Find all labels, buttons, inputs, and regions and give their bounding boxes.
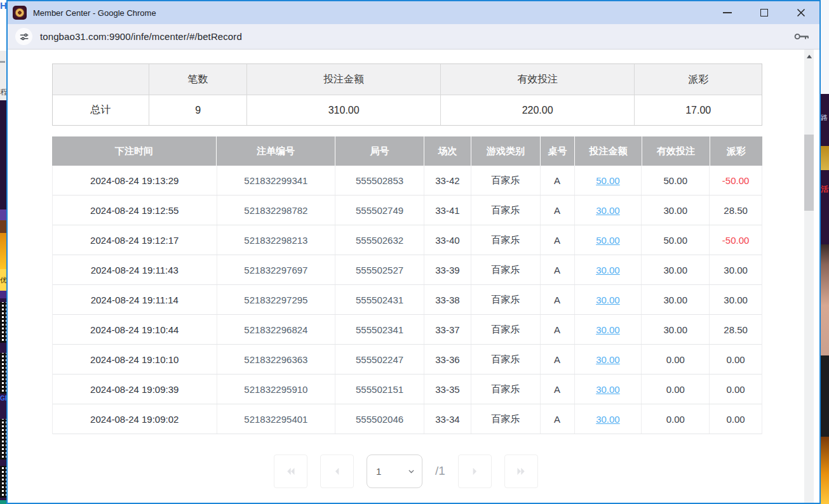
cell-bet-time: 2024-08-24 19:12:17 xyxy=(53,225,217,255)
cell-session: 33-42 xyxy=(424,166,471,195)
maximize-button[interactable] xyxy=(750,3,779,22)
cell-game-type: 百家乐 xyxy=(471,375,541,404)
cell-bet-amount: 50.00 xyxy=(575,166,642,195)
cell-table-number: A xyxy=(541,196,575,225)
bet-amount-link[interactable]: 30.00 xyxy=(596,205,620,216)
cell-round-number: 555502749 xyxy=(335,196,424,225)
background-page-left: H 程 优 GF xyxy=(0,0,6,504)
cell-bet-amount: 50.00 xyxy=(575,225,642,255)
key-icon xyxy=(793,30,811,43)
url-text[interactable]: tongbao31.com:9900/infe/mcenter/#/betRec… xyxy=(40,31,242,42)
cell-valid-bet: 30.00 xyxy=(642,285,710,314)
bet-amount-link[interactable]: 50.00 xyxy=(596,235,620,246)
summary-header-valid-bet: 有效投注 xyxy=(441,64,635,95)
bet-amount-link[interactable]: 30.00 xyxy=(596,324,620,335)
favicon-emblem xyxy=(15,8,24,17)
background-qr-code xyxy=(0,466,6,498)
table-row: 2024-08-24 19:10:10521832296363555502247… xyxy=(53,345,762,375)
site-info-button[interactable] xyxy=(15,28,32,45)
cell-bet-amount: 30.00 xyxy=(575,196,642,225)
col-header-valid-bet: 有效投注 xyxy=(642,136,710,166)
summary-total-row: 总计 9 310.00 220.00 17.00 xyxy=(53,95,762,125)
table-row: 2024-08-24 19:11:14521832297295555502431… xyxy=(53,285,762,315)
cell-bet-amount: 30.00 xyxy=(575,375,642,404)
first-page-button[interactable] xyxy=(274,454,307,488)
table-row: 2024-08-24 19:12:55521832298782555502749… xyxy=(53,196,762,225)
cell-bet-amount: 30.00 xyxy=(575,404,642,434)
cell-table-number: A xyxy=(541,166,575,195)
maximize-icon xyxy=(760,9,768,17)
scrollbar-thumb[interactable] xyxy=(804,135,814,211)
col-header-game-type: 游戏类别 xyxy=(471,136,541,166)
cell-valid-bet: 50.00 xyxy=(642,225,710,255)
cell-game-type: 百家乐 xyxy=(471,285,541,314)
page-total-label: /1 xyxy=(435,464,445,478)
cell-session: 33-35 xyxy=(424,375,471,404)
background-fragment-gf: GF xyxy=(0,395,6,402)
last-page-icon xyxy=(516,467,526,476)
summary-bet-amount-value: 310.00 xyxy=(247,95,440,125)
scrollbar[interactable] xyxy=(804,50,814,503)
cell-payout: 0.00 xyxy=(710,375,762,404)
previous-page-button[interactable] xyxy=(320,454,354,488)
summary-count-value: 9 xyxy=(149,95,248,125)
cell-bet-amount: 30.00 xyxy=(575,285,642,314)
cell-bet-time: 2024-08-24 19:09:39 xyxy=(53,375,217,404)
background-fragment-you: 优 xyxy=(0,269,6,291)
window-title: Member Center - Google Chrome xyxy=(33,8,156,18)
cell-valid-bet: 30.00 xyxy=(642,255,710,284)
close-button[interactable] xyxy=(786,3,816,22)
cell-round-number: 555502632 xyxy=(335,225,424,255)
bet-amount-link[interactable]: 30.00 xyxy=(596,265,620,275)
password-manager-button[interactable] xyxy=(793,30,811,43)
cell-bet-time: 2024-08-24 19:12:55 xyxy=(53,196,217,225)
cell-valid-bet: 30.00 xyxy=(642,196,710,225)
cell-round-number: 555502527 xyxy=(335,255,424,284)
cell-round-number: 555502046 xyxy=(335,404,424,434)
window-controls xyxy=(705,3,816,22)
cell-game-type: 百家乐 xyxy=(471,225,541,255)
cell-round-number: 555502431 xyxy=(335,285,424,314)
cell-bet-order-number: 521832296363 xyxy=(217,345,336,374)
table-row: 2024-08-24 19:13:29521832299341555502853… xyxy=(53,166,762,196)
summary-payout-value: 17.00 xyxy=(635,95,762,125)
cell-bet-order-number: 521832295401 xyxy=(217,404,336,434)
minimize-button[interactable] xyxy=(713,3,742,22)
bet-record-table: 下注时间注单编号局号场次游戏类别桌号投注金额有效投注派彩 2024-08-24 … xyxy=(52,136,762,434)
bet-amount-link[interactable]: 30.00 xyxy=(596,384,620,395)
cell-bet-order-number: 521832299341 xyxy=(217,166,336,195)
page-content: 笔数 投注金额 有效投注 派彩 总计 9 310.00 220.00 17.00… xyxy=(8,50,819,503)
table-row: 2024-08-24 19:12:17521832298213555502632… xyxy=(53,225,762,255)
background-fragment-lu: 路 xyxy=(821,113,828,123)
cell-bet-time: 2024-08-24 19:11:43 xyxy=(53,255,217,284)
cell-table-number: A xyxy=(541,404,575,434)
next-page-button[interactable] xyxy=(458,454,492,488)
col-header-bet-amount: 投注金额 xyxy=(575,136,642,166)
bet-table-header-row: 下注时间注单编号局号场次游戏类别桌号投注金额有效投注派彩 xyxy=(52,136,762,166)
bet-amount-link[interactable]: 30.00 xyxy=(596,414,620,425)
cell-table-number: A xyxy=(541,345,575,374)
bet-table-body: 2024-08-24 19:13:29521832299341555502853… xyxy=(52,166,762,434)
background-fragment-h: H xyxy=(0,0,6,51)
cell-game-type: 百家乐 xyxy=(471,166,541,195)
bet-amount-link[interactable]: 30.00 xyxy=(596,354,620,365)
cell-table-number: A xyxy=(541,225,575,255)
cell-bet-order-number: 521832296824 xyxy=(217,315,336,344)
cell-bet-order-number: 521832297295 xyxy=(217,285,336,314)
table-row: 2024-08-24 19:09:02521832295401555502046… xyxy=(53,404,762,434)
page-select[interactable]: 1 xyxy=(367,454,422,488)
cell-bet-amount: 30.00 xyxy=(575,345,642,374)
cell-session: 33-36 xyxy=(424,345,471,374)
scroll-up-button[interactable] xyxy=(804,52,814,61)
background-gold-graphic xyxy=(821,146,829,170)
cell-session: 33-39 xyxy=(424,255,471,284)
page-select-value: 1 xyxy=(376,466,407,477)
last-page-button[interactable] xyxy=(504,454,538,488)
cell-payout: 28.50 xyxy=(710,315,762,344)
bet-amount-link[interactable]: 30.00 xyxy=(596,295,620,305)
bet-amount-link[interactable]: 50.00 xyxy=(596,175,620,186)
cell-valid-bet: 30.00 xyxy=(642,315,710,344)
col-header-session: 场次 xyxy=(424,136,471,166)
cell-round-number: 555502853 xyxy=(335,166,424,195)
summary-header-blank xyxy=(53,64,149,95)
